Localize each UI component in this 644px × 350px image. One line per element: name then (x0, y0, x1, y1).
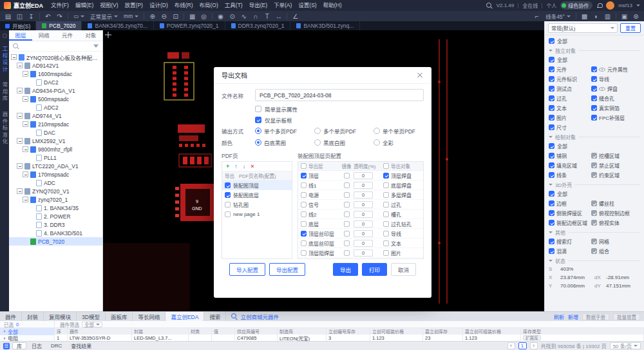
current-page[interactable]: 1 (518, 342, 527, 349)
checkbox-icon[interactable] (383, 221, 389, 227)
checkbox-icon[interactable] (301, 173, 307, 179)
checkbox-icon[interactable] (301, 231, 307, 237)
add-page-icon[interactable]: + (226, 164, 229, 170)
checkbox-icon[interactable] (255, 117, 261, 123)
filter-item[interactable]: 文本 (549, 104, 591, 112)
checkbox-icon[interactable] (549, 153, 554, 159)
checkbox-icon[interactable] (549, 220, 554, 226)
column-header[interactable]: 立创编号库存 (327, 328, 370, 335)
import-config-button[interactable]: 导入配置 (229, 263, 265, 276)
tree-item[interactable]: 3. DDR3 (9, 220, 102, 229)
checkbox-icon[interactable] (301, 211, 307, 217)
checkbox-icon[interactable] (591, 86, 597, 92)
checkbox-icon[interactable] (383, 250, 389, 256)
checkbox-icon[interactable] (591, 248, 597, 254)
checkbox-icon[interactable] (549, 210, 554, 216)
column-header[interactable]: 材类 (189, 328, 212, 335)
place-track-icon[interactable]: ∿ (238, 12, 249, 21)
tree-item[interactable]: 9800mhz_rfpll (9, 145, 102, 153)
category-item[interactable]: 电阻 (0, 335, 54, 342)
tree-item[interactable]: LMX2592_V1 (9, 137, 102, 145)
tree-item[interactable]: ZYNQ7020_V1 (9, 187, 102, 195)
pdf-page-row[interactable]: new page 1 (222, 209, 292, 219)
column-header[interactable]: 值 (212, 328, 235, 335)
checkbox-icon[interactable] (549, 66, 554, 72)
filter-item[interactable]: 元件 (549, 66, 591, 73)
checkbox-icon[interactable] (344, 192, 350, 198)
checkbox-icon[interactable] (549, 238, 554, 244)
save-icon[interactable]: ◫ (14, 12, 25, 21)
checkbox-icon[interactable] (383, 240, 389, 246)
datasheet-button[interactable]: 数据手册 (582, 313, 609, 320)
menubar-item[interactable]: 帮助(H) (320, 0, 345, 11)
checkbox-icon[interactable] (549, 124, 554, 130)
bottom-tab[interactable]: 等长网络 (133, 312, 166, 321)
eye-icon[interactable] (599, 86, 605, 92)
menubar-item[interactable]: 设计(D) (146, 0, 171, 11)
settings-icon[interactable]: ⊛ (630, 12, 641, 21)
checkbox-icon[interactable] (344, 221, 350, 227)
filter-item[interactable]: 铺铜 (549, 152, 591, 159)
file-name-input[interactable] (255, 89, 424, 101)
checkbox-icon[interactable] (549, 38, 554, 44)
side-rail-tab[interactable]: 器件标准化 (1, 112, 8, 146)
output-mode-option[interactable]: 单个单页PDF (374, 127, 433, 135)
search-icon[interactable] (486, 3, 493, 9)
filter-item[interactable]: FPC补强层 (591, 114, 640, 121)
color-mode-option[interactable]: 全彩 (374, 139, 433, 146)
document-tab[interactable]: POWER.zynq7020_1 (154, 21, 225, 30)
filter-section-header[interactable]: 绘制对象 (549, 132, 640, 141)
checkbox-icon[interactable] (591, 115, 597, 121)
checkbox-icon[interactable] (383, 211, 389, 217)
column-header[interactable]: 封装 (132, 328, 189, 335)
checkbox-icon[interactable] (549, 162, 554, 168)
document-tab[interactable]: BANK3D/501.zynq... (290, 21, 360, 30)
expander-icon[interactable] (17, 138, 23, 144)
checkbox-icon[interactable] (591, 76, 597, 82)
filter-item[interactable]: 俯视控制边框 (591, 209, 640, 217)
expander-icon[interactable] (17, 88, 23, 93)
parts-search[interactable]: 立创商城元器件 (226, 312, 284, 321)
tree-item[interactable]: 4. BANK3D/501 (9, 229, 102, 237)
checkbox-icon[interactable] (591, 105, 597, 111)
expander-icon[interactable] (23, 171, 28, 177)
pdf-page-row[interactable]: 装配图底层 (222, 190, 292, 200)
expander-icon[interactable] (17, 188, 23, 194)
side-rail-tab[interactable]: 常用库 (1, 82, 8, 102)
pdf-page-row[interactable]: 装配图顶层 (222, 180, 292, 190)
color-mode-option[interactable]: 黑底白图 (314, 139, 374, 146)
checkbox-icon[interactable] (344, 182, 350, 188)
expander-icon[interactable] (17, 163, 23, 169)
opacity-input[interactable]: 0 (354, 182, 373, 189)
checkbox-icon[interactable] (301, 163, 307, 169)
tree-item[interactable]: ADC2 (9, 103, 102, 112)
checkbox-icon[interactable] (549, 200, 554, 206)
filter-item[interactable]: 尺寸 (549, 124, 591, 131)
document-tab[interactable]: PCB_7020 (36, 21, 82, 30)
zoom-fit-icon[interactable]: ⊡ (170, 12, 181, 21)
expander-icon[interactable] (11, 54, 17, 60)
left-panel-tab[interactable]: 对象 (79, 30, 102, 41)
tree-item[interactable]: 1600mspsdac (9, 70, 102, 78)
radio-icon[interactable] (255, 128, 261, 134)
statusbar-tab[interactable]: 日志 (28, 342, 46, 349)
filter-item[interactable]: 组合 (591, 248, 640, 255)
tree-item[interactable]: PLL1 (9, 153, 102, 162)
bottom-tab[interactable]: 面板库 (106, 312, 133, 321)
open-project-icon[interactable]: ▤ (3, 12, 14, 21)
eye-icon[interactable] (599, 66, 605, 73)
tree-item[interactable]: AD9744_V1 (9, 112, 102, 120)
expander-icon[interactable] (23, 146, 28, 152)
pin-icon[interactable] (3, 34, 7, 38)
menubar-item[interactable]: 设置(S) (295, 0, 319, 11)
checkbox-icon[interactable] (591, 200, 597, 206)
filter-item[interactable]: 图片 (549, 114, 591, 121)
menubar-item[interactable]: 工具(T) (222, 0, 246, 11)
filter-item[interactable]: 线条 (549, 171, 591, 179)
document-tab[interactable]: DDR3.zynq7020_1 (225, 21, 291, 30)
expander-icon[interactable] (23, 96, 28, 102)
checkbox-icon[interactable] (591, 210, 597, 216)
checkbox-icon[interactable] (591, 66, 597, 72)
pdf-page-row[interactable]: 钻孔图 (222, 200, 292, 209)
refresh-button[interactable]: 刷新 (554, 313, 564, 320)
